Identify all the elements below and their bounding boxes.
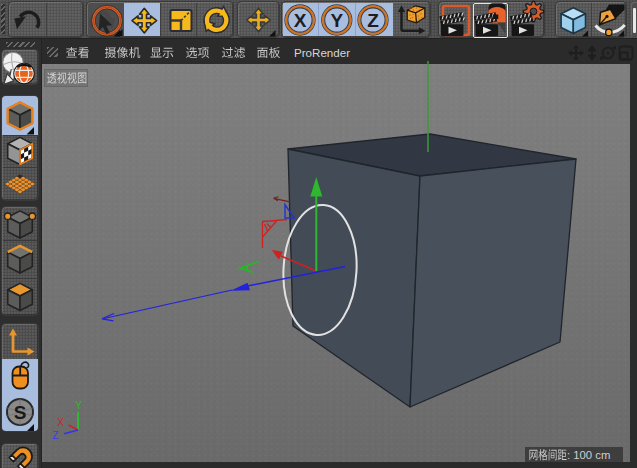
svg-text:: 100 cm: : 100 cm	[567, 449, 610, 461]
svg-text:Z: Z	[52, 430, 58, 441]
svg-text:Y: Y	[75, 400, 82, 411]
svg-text:X: X	[57, 417, 64, 428]
